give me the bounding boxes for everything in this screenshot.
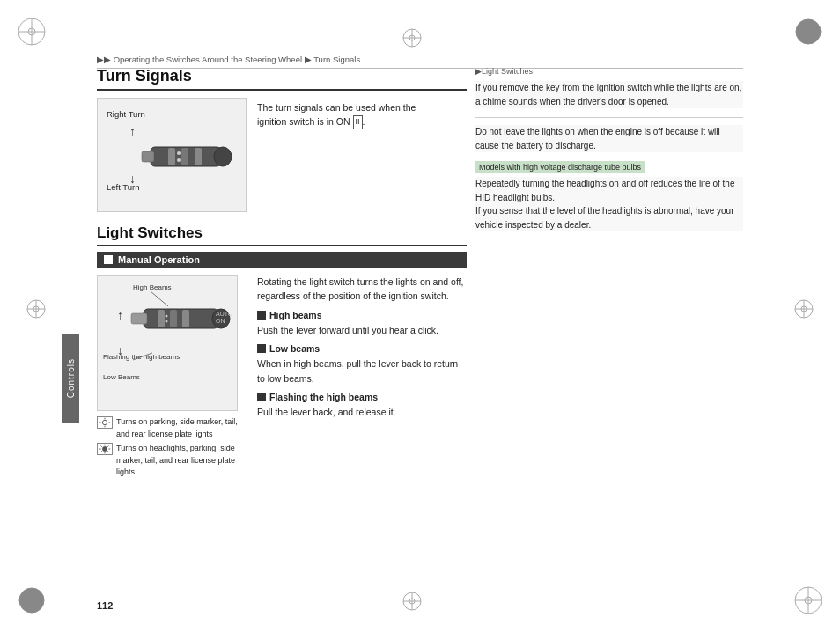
- svg-line-37: [151, 291, 168, 306]
- manual-op-label: Manual Operation: [118, 254, 200, 265]
- svg-point-32: [177, 151, 181, 155]
- svg-text:↑: ↑: [117, 308, 123, 322]
- right-note-text-2: Do not leave the lights on when the engi…: [475, 125, 743, 152]
- svg-text:High Beams: High Beams: [133, 283, 172, 291]
- page-number: 112: [97, 600, 113, 611]
- right-note-3: Repeatedly turning the headlights on and…: [475, 177, 743, 231]
- svg-text:↓: ↓: [117, 343, 123, 357]
- low-beams-title: Low beams: [269, 342, 320, 356]
- light-switches-text: Rotating the light switch turns the ligh…: [257, 275, 467, 481]
- side-tab: Controls: [62, 334, 79, 423]
- high-beams-text: Push the lever forward until you hear a …: [257, 323, 467, 337]
- light-image-area: High Beams Flashing the high beams Low B…: [97, 275, 247, 481]
- right-bottom-section: Models with high voltage discharge tube …: [475, 161, 743, 231]
- crosshair-bottom: [401, 590, 424, 613]
- turn-signals-section: Turn Signals Right Turn Left Turn ↑: [97, 67, 467, 212]
- svg-rect-48: [131, 313, 147, 324]
- right-note-header: ▶Light Switches: [475, 67, 743, 76]
- legend-icon-2: [97, 443, 113, 455]
- legend-row-2: Turns on headlights, parking, side marke…: [97, 443, 247, 479]
- turn-signals-intro: The turn signals can be used when the ig…: [257, 102, 416, 127]
- side-tab-label: Controls: [66, 358, 76, 398]
- right-column: ▶Light Switches If you remove the key fr…: [475, 67, 743, 588]
- svg-line-65: [107, 445, 108, 446]
- svg-text:↑: ↑: [129, 124, 136, 138]
- svg-text:AUTO: AUTO: [216, 311, 233, 317]
- light-switches-section: Light Switches Manual Operation High Bea…: [97, 224, 467, 481]
- legend-text-1: Turns on parking, side marker, tail, and…: [116, 416, 247, 440]
- svg-point-51: [166, 315, 168, 318]
- high-beams-header: High beams: [257, 308, 467, 322]
- turn-signals-title: Turn Signals: [97, 67, 467, 91]
- crosshair-left: [25, 298, 48, 320]
- breadcrumb-separator: ▶: [305, 55, 312, 64]
- turn-signals-row: Right Turn Left Turn ↑: [97, 98, 467, 212]
- flashing-text: Pull the lever back, and release it.: [257, 405, 467, 419]
- highlight-box: Models with high voltage discharge tube …: [475, 161, 645, 173]
- svg-text:↓: ↓: [129, 172, 136, 186]
- corner-decoration-tr: [792, 16, 824, 48]
- low-beams-text: When in high beams, pull the lever back …: [257, 356, 467, 386]
- svg-point-52: [166, 320, 168, 323]
- corner-decoration-tl: [16, 16, 48, 48]
- svg-rect-44: [182, 310, 189, 327]
- corner-decoration-br: [792, 584, 824, 616]
- high-beams-title: High beams: [269, 308, 322, 322]
- breadcrumb-part2: Turn Signals: [313, 55, 360, 64]
- svg-rect-43: [170, 310, 177, 327]
- ignition-icon: II: [353, 115, 363, 129]
- svg-point-33: [177, 158, 181, 162]
- breadcrumb-arrows: ▶▶: [97, 55, 111, 64]
- right-note-2: Do not leave the lights on when the engi…: [475, 125, 743, 152]
- manual-op-header: Manual Operation: [97, 252, 467, 268]
- legend-icon-1: [97, 416, 113, 429]
- svg-point-53: [102, 420, 107, 424]
- manual-op-square-icon: [104, 255, 113, 264]
- flashing-title: Flashing the high beams: [269, 390, 378, 404]
- right-divider: [475, 117, 743, 118]
- svg-point-4: [796, 19, 821, 44]
- light-switches-image: High Beams Flashing the high beams Low B…: [97, 275, 238, 411]
- rotating-text: Rotating the light switch turns the ligh…: [257, 275, 467, 304]
- right-note-text-1: If you remove the key from the ignition …: [475, 81, 743, 108]
- left-column: Turn Signals Right Turn Left Turn ↑: [97, 67, 467, 588]
- svg-rect-30: [181, 148, 188, 165]
- flashing-header: Flashing the high beams: [257, 390, 467, 404]
- svg-rect-41: [144, 309, 218, 328]
- light-switches-title: Light Switches: [97, 224, 467, 246]
- svg-rect-42: [158, 310, 165, 327]
- icon-legend: Turns on parking, side marker, tail, and…: [97, 416, 247, 479]
- light-switches-content-row: High Beams Flashing the high beams Low B…: [97, 275, 467, 481]
- svg-rect-29: [168, 148, 175, 165]
- svg-line-63: [101, 445, 102, 446]
- svg-line-66: [101, 451, 102, 452]
- svg-text:Low Beams: Low Beams: [103, 373, 140, 381]
- svg-text:ON: ON: [216, 318, 225, 324]
- right-note-1: If you remove the key from the ignition …: [475, 81, 743, 108]
- corner-decoration-bl: [16, 584, 48, 616]
- right-note-text-4: If you sense that the level of the headl…: [475, 204, 743, 231]
- right-note-text-3: Repeatedly turning the headlights on and…: [475, 177, 743, 204]
- crosshair-right: [792, 298, 815, 320]
- svg-rect-35: [142, 151, 154, 162]
- high-beams-icon: [257, 311, 266, 320]
- svg-point-5: [19, 588, 44, 613]
- svg-line-64: [107, 451, 108, 452]
- low-beams-header: Low beams: [257, 342, 467, 356]
- flashing-icon: [257, 393, 266, 401]
- legend-text-2: Turns on headlights, parking, side marke…: [116, 443, 247, 479]
- low-beams-icon: [257, 344, 266, 353]
- svg-point-28: [214, 147, 232, 166]
- legend-row-1: Turns on parking, side marker, tail, and…: [97, 416, 247, 440]
- turn-signals-image: Right Turn Left Turn ↑: [97, 98, 247, 212]
- main-content: Turn Signals Right Turn Left Turn ↑: [97, 67, 743, 588]
- svg-rect-31: [195, 148, 202, 165]
- turn-signals-description: The turn signals can be used when the ig…: [257, 98, 433, 212]
- crosshair-top: [401, 26, 424, 49]
- svg-point-58: [102, 446, 107, 451]
- breadcrumb-part1: Operating the Switches Around the Steeri…: [114, 55, 302, 64]
